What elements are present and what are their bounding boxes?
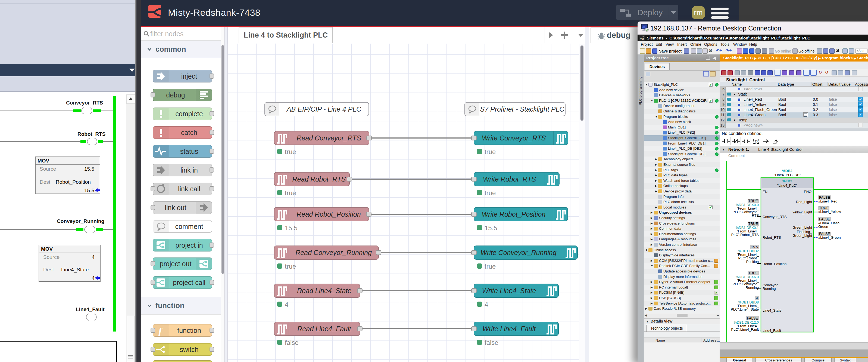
svg-text:??: ?? [754,140,758,143]
